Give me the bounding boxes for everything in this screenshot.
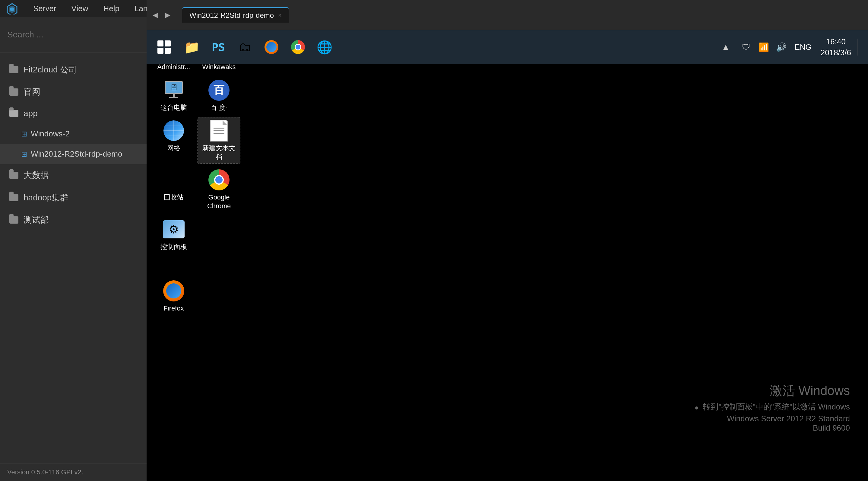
menu-server[interactable]: Server <box>33 4 56 13</box>
doc-line-1 <box>214 128 224 128</box>
network-globe <box>163 120 184 141</box>
icon-label-network: 网络 <box>167 144 180 153</box>
activation-build: Build 9600 <box>695 423 850 433</box>
network-icon <box>163 120 185 142</box>
desktop-icon-network[interactable]: 网络 <box>153 117 195 163</box>
taskbar-firefox-button[interactable] <box>259 35 283 59</box>
activation-subtitle: 转到"控制面板"中的"系统"以激活 Windows <box>695 402 850 412</box>
sidebar-item-website[interactable]: 官网 <box>0 81 147 103</box>
nav-left-arrow[interactable]: ◀ <box>150 10 160 21</box>
nav-right-arrow[interactable]: ▶ <box>162 10 173 21</box>
icon-label-winkawaks: Winkawaks <box>202 63 236 71</box>
taskbar-chrome-button[interactable] <box>286 35 310 59</box>
firefox-icon <box>163 280 185 302</box>
tray-network-icon[interactable]: 📶 <box>756 40 771 54</box>
desktop-icon-firefox[interactable]: Firefox <box>153 278 195 315</box>
active-tab[interactable]: Win2012-R2Std-rdp-demo × <box>182 7 289 23</box>
monitor-screen: 🖥 <box>165 81 183 94</box>
text-doc-graphic <box>210 120 228 142</box>
taskbar-right: ▲ 🛡 📶 🔊 ENG 16:40 2018/3/6 <box>718 36 862 58</box>
tray-security-icon[interactable]: 🛡 <box>739 40 753 54</box>
explorer-icon: 📁 <box>184 40 200 55</box>
desktop-icon-recycle[interactable]: 🗑 回收站 <box>153 167 195 213</box>
icon-label-administrator: Administr... <box>157 63 190 71</box>
sidebar-nav: Fit2cloud 公司 官网 app ⊞ Windows-2 ⊞ Win201… <box>0 53 147 463</box>
sidebar-label-test: 测试部 <box>24 214 49 226</box>
win-cell-4 <box>165 48 171 54</box>
monitor-base <box>169 97 178 98</box>
start-button[interactable] <box>152 35 176 59</box>
icon-row-4: ⚙ 控制面板 <box>153 216 240 254</box>
taskbar-globe-button[interactable]: 🌐 <box>312 35 337 59</box>
sidebar-item-win2012[interactable]: ⊞ Win2012-R2Std-rdp-demo <box>0 144 147 164</box>
taskbar-clock[interactable]: 16:40 2018/3/6 <box>820 36 851 58</box>
taskbar-folder-button[interactable]: 🗂 <box>233 35 257 59</box>
chrome-tb-inner <box>294 44 301 51</box>
icon-label-firefox: Firefox <box>163 304 184 313</box>
globe-taskbar-icon: 🌐 <box>317 40 332 55</box>
baidu-icon: 百 <box>208 79 230 101</box>
folder-icon <box>9 171 19 180</box>
icon-row-6: Firefox <box>153 278 240 315</box>
menu-view[interactable]: View <box>71 4 88 13</box>
computer-icon: 🖥 <box>163 79 185 101</box>
sidebar-label-bigdata: 大数据 <box>24 170 49 181</box>
chrome-icon <box>208 169 230 191</box>
tray-expand-button[interactable]: ▲ <box>718 40 733 54</box>
activation-title: 激活 Windows <box>695 382 850 399</box>
clock-date: 2018/3/6 <box>820 47 851 58</box>
sidebar-item-hadoop[interactable]: hadoop集群 <box>0 186 147 209</box>
sidebar-item-test[interactable]: 测试部 <box>0 209 147 231</box>
tab-close-button[interactable]: × <box>278 12 282 19</box>
folder-icon <box>9 65 19 74</box>
sidebar-item-app[interactable]: app <box>0 103 147 124</box>
taskbar-tray: 🛡 📶 🔊 <box>739 40 788 54</box>
version-label: Version 0.5.0-116 GPLv2. <box>7 468 83 476</box>
tray-audio-icon[interactable]: 🔊 <box>774 40 788 54</box>
search-input[interactable] <box>7 26 140 44</box>
powershell-icon: PS <box>212 41 225 53</box>
baidu-logo: 百 <box>208 80 229 101</box>
recycle-icon: 🗑 <box>163 169 185 191</box>
desktop-icon-text-doc[interactable]: 新建文本文档 <box>198 117 240 163</box>
app-logo <box>6 1 18 16</box>
sidebar-item-windows2[interactable]: ⊞ Windows-2 <box>0 124 147 144</box>
taskbar: 📁 PS 🗂 🌐 <box>147 30 868 64</box>
icon-label-chrome: GoogleChrome <box>207 193 231 210</box>
language-indicator[interactable]: ENG <box>795 42 811 52</box>
remote-desktop[interactable]: 🌐 Administr... Winkawaks <box>147 30 868 481</box>
activation-dot <box>695 407 698 410</box>
firefox-tb-globe <box>266 42 277 52</box>
icon-row-3: 🗑 回收站 GoogleChrome <box>153 167 240 213</box>
desktop-icon-computer[interactable]: 🖥 这台电脑 <box>153 77 195 115</box>
sidebar-search-area <box>0 17 147 53</box>
sidebar-label-app: app <box>24 109 38 118</box>
sidebar-item-bigdata[interactable]: 大数据 <box>0 164 147 186</box>
monitor-stand <box>173 94 175 97</box>
desktop-icon-control-panel[interactable]: ⚙ 控制面板 <box>153 216 195 254</box>
folder-icon <box>9 193 19 203</box>
sidebar-footer: Version 0.5.0-116 GPLv2. <box>0 463 147 481</box>
taskbar-explorer-button[interactable]: 📁 <box>180 35 204 59</box>
desktop-icon-chrome[interactable]: GoogleChrome <box>198 167 240 213</box>
win-cell-2 <box>165 40 171 47</box>
win-cell-3 <box>157 48 163 54</box>
sidebar-label-win2012: Win2012-R2Std-rdp-demo <box>31 149 122 159</box>
sidebar-label-windows2: Windows-2 <box>31 129 70 139</box>
sidebar: Server View Help Language Fit2cloud 公司 官… <box>0 0 147 481</box>
activation-notice: 激活 Windows 转到"控制面板"中的"系统"以激活 Windows Win… <box>695 382 850 433</box>
windows-icon: ⊞ <box>21 150 27 158</box>
show-desktop-button[interactable] <box>857 39 862 56</box>
windows-start-icon <box>157 40 171 54</box>
sidebar-label-website: 官网 <box>24 86 40 98</box>
taskbar-powershell-button[interactable]: PS <box>206 35 230 59</box>
win-cell-1 <box>157 40 163 47</box>
sidebar-item-fit2cloud[interactable]: Fit2cloud 公司 <box>0 59 147 81</box>
main-area: ◀ ▶ Win2012-R2Std-rdp-demo × 🌐 <box>147 0 868 481</box>
firefox-graphic <box>163 280 184 301</box>
folder-taskbar-icon: 🗂 <box>239 40 251 54</box>
menu-help[interactable]: Help <box>103 4 119 13</box>
control-panel-graphic: ⚙ <box>163 220 185 238</box>
doc-line-3 <box>214 133 224 134</box>
desktop-icon-baidu[interactable]: 百 百·度· <box>198 77 240 115</box>
